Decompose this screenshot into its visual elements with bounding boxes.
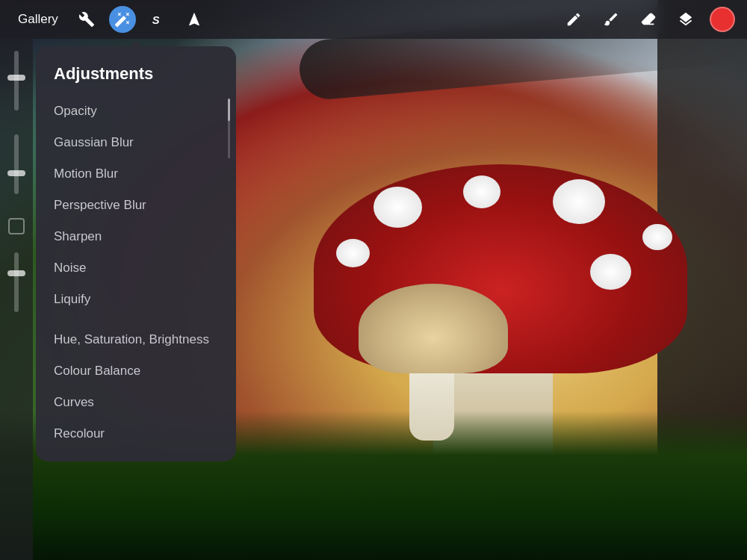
spot1 xyxy=(374,187,422,228)
adjustment-motion-blur[interactable]: Motion Blur xyxy=(36,158,236,190)
spot4 xyxy=(336,239,370,267)
spot3 xyxy=(553,179,605,224)
adjustment-sharpen[interactable]: Sharpen xyxy=(36,221,236,252)
top-bar-left: Gallery S xyxy=(12,6,208,33)
magic-wand-icon xyxy=(114,11,131,28)
adjustment-colour-balance[interactable]: Colour Balance xyxy=(36,355,236,387)
mushroom-small-cap xyxy=(359,284,508,373)
adjustment-curves[interactable]: Curves xyxy=(36,387,236,418)
adjustment-liquify[interactable]: Liquify xyxy=(36,284,236,315)
magic-wand-button[interactable] xyxy=(109,6,136,33)
adjustment-hue-saturation-brightness[interactable]: Hue, Saturation, Brightness xyxy=(36,324,236,355)
layers-icon xyxy=(678,11,694,28)
opacity-slider-thumb xyxy=(7,75,25,81)
top-navigation-bar: Gallery S xyxy=(0,0,747,39)
spot6 xyxy=(642,224,672,250)
svg-text:S: S xyxy=(152,14,160,26)
top-bar-right xyxy=(560,6,735,33)
wrench-icon xyxy=(78,11,95,28)
adjustment-recolour[interactable]: Recolour xyxy=(36,418,236,449)
opacity-slider[interactable] xyxy=(14,51,19,111)
settings-button[interactable] xyxy=(73,6,100,33)
pointer-icon xyxy=(186,11,202,28)
scroll-thumb xyxy=(228,99,230,121)
adjustment-perspective-blur[interactable]: Perspective Blur xyxy=(36,190,236,221)
paint-icon xyxy=(603,11,619,28)
left-sidebar xyxy=(0,39,33,560)
adjustment-gaussian-blur[interactable]: Gaussian Blur xyxy=(36,127,236,158)
pen-tool-button[interactable] xyxy=(560,6,587,33)
layer-checkbox[interactable] xyxy=(8,218,25,234)
pointer-button[interactable] xyxy=(181,6,208,33)
size-slider[interactable] xyxy=(14,134,19,194)
adjustment-opacity[interactable]: Opacity xyxy=(36,96,236,127)
color-swatch[interactable] xyxy=(710,7,735,32)
group-separator xyxy=(36,315,236,324)
smudge-button[interactable]: S xyxy=(145,6,172,33)
eraser-icon xyxy=(640,11,657,28)
adjustments-title: Adjustments xyxy=(36,64,236,96)
layers-button[interactable] xyxy=(672,6,699,33)
scroll-indicator xyxy=(228,99,230,158)
size-slider-thumb xyxy=(7,170,25,176)
gallery-button[interactable]: Gallery xyxy=(12,9,64,30)
extra-slider-thumb xyxy=(7,270,25,276)
adjustments-panel: Adjustments Opacity Gaussian Blur Motion… xyxy=(36,46,236,461)
smudge-icon: S xyxy=(150,11,167,28)
spot2 xyxy=(463,175,500,208)
pen-icon xyxy=(565,11,582,28)
extra-slider[interactable] xyxy=(14,252,19,312)
paint-button[interactable] xyxy=(598,6,624,33)
adjustment-noise[interactable]: Noise xyxy=(36,252,236,284)
spot5 xyxy=(590,254,631,290)
eraser-button[interactable] xyxy=(635,6,662,33)
